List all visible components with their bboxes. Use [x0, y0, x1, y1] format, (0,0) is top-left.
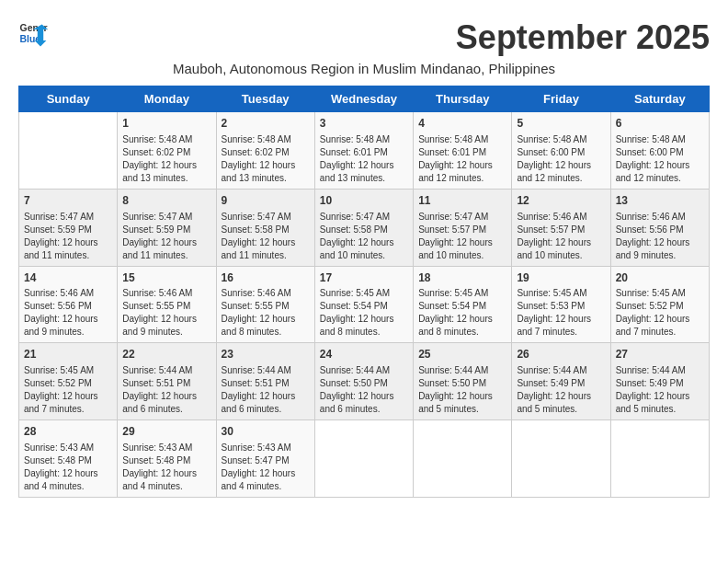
calendar-cell: [610, 420, 709, 498]
calendar-cell: [314, 420, 413, 498]
day-number: 10: [320, 193, 408, 209]
day-number: 3: [320, 116, 408, 132]
calendar-cell: 24Sunrise: 5:44 AM Sunset: 5:50 PM Dayli…: [314, 343, 413, 420]
day-number: 19: [517, 270, 605, 286]
calendar-cell: 17Sunrise: 5:45 AM Sunset: 5:54 PM Dayli…: [314, 266, 413, 343]
cell-content: Sunrise: 5:44 AM Sunset: 5:49 PM Dayligh…: [616, 364, 704, 416]
subtitle: Mauboh, Autonomous Region in Muslim Mind…: [18, 61, 710, 76]
calendar-cell: 20Sunrise: 5:45 AM Sunset: 5:52 PM Dayli…: [610, 266, 709, 343]
day-number: 11: [418, 193, 506, 209]
cell-content: Sunrise: 5:45 AM Sunset: 5:53 PM Dayligh…: [517, 287, 605, 339]
cell-content: Sunrise: 5:44 AM Sunset: 5:51 PM Dayligh…: [222, 364, 310, 416]
day-number: 14: [24, 270, 112, 286]
cell-content: Sunrise: 5:46 AM Sunset: 5:55 PM Dayligh…: [222, 287, 310, 339]
cell-content: Sunrise: 5:47 AM Sunset: 5:57 PM Dayligh…: [418, 211, 506, 262]
calendar-week-1: 1Sunrise: 5:48 AM Sunset: 6:02 PM Daylig…: [19, 112, 710, 190]
cell-content: Sunrise: 5:43 AM Sunset: 5:47 PM Dayligh…: [222, 442, 310, 493]
cell-content: Sunrise: 5:43 AM Sunset: 5:48 PM Dayligh…: [24, 442, 112, 493]
cell-content: Sunrise: 5:48 AM Sunset: 6:01 PM Dayligh…: [418, 133, 506, 185]
calendar-week-3: 14Sunrise: 5:46 AM Sunset: 5:56 PM Dayli…: [19, 266, 710, 343]
weekday-monday: Monday: [118, 86, 216, 112]
day-number: 29: [122, 424, 210, 440]
cell-content: Sunrise: 5:45 AM Sunset: 5:52 PM Dayligh…: [616, 287, 704, 339]
calendar-cell: 11Sunrise: 5:47 AM Sunset: 5:57 PM Dayli…: [414, 189, 512, 266]
calendar-cell: 28Sunrise: 5:43 AM Sunset: 5:48 PM Dayli…: [19, 420, 118, 498]
cell-content: Sunrise: 5:46 AM Sunset: 5:55 PM Dayligh…: [122, 287, 210, 339]
day-number: 22: [122, 347, 210, 362]
day-number: 30: [222, 424, 310, 440]
weekday-friday: Friday: [512, 86, 610, 112]
calendar-cell: 23Sunrise: 5:44 AM Sunset: 5:51 PM Dayli…: [216, 343, 314, 420]
calendar-cell: 26Sunrise: 5:44 AM Sunset: 5:49 PM Dayli…: [512, 343, 610, 420]
day-number: 1: [122, 116, 210, 132]
day-number: 2: [222, 116, 310, 132]
logo: General Blue: [18, 18, 48, 48]
cell-content: Sunrise: 5:48 AM Sunset: 6:01 PM Dayligh…: [320, 133, 408, 185]
weekday-wednesday: Wednesday: [314, 86, 413, 112]
page-header: General Blue September 2025: [18, 18, 710, 57]
calendar-table: SundayMondayTuesdayWednesdayThursdayFrid…: [18, 86, 710, 498]
day-number: 21: [24, 347, 112, 362]
day-number: 6: [616, 116, 704, 132]
calendar-cell: 18Sunrise: 5:45 AM Sunset: 5:54 PM Dayli…: [414, 266, 512, 343]
cell-content: Sunrise: 5:46 AM Sunset: 5:56 PM Dayligh…: [616, 211, 704, 262]
calendar-cell: 7Sunrise: 5:47 AM Sunset: 5:59 PM Daylig…: [19, 189, 118, 266]
calendar-cell: 14Sunrise: 5:46 AM Sunset: 5:56 PM Dayli…: [19, 266, 118, 343]
day-number: 18: [418, 270, 506, 286]
logo-icon: General Blue: [18, 18, 48, 48]
cell-content: Sunrise: 5:47 AM Sunset: 5:59 PM Dayligh…: [122, 211, 210, 262]
day-number: 28: [24, 424, 112, 440]
day-number: 16: [222, 270, 310, 286]
weekday-tuesday: Tuesday: [216, 86, 314, 112]
calendar-cell: 2Sunrise: 5:48 AM Sunset: 6:02 PM Daylig…: [216, 112, 314, 190]
calendar-cell: 3Sunrise: 5:48 AM Sunset: 6:01 PM Daylig…: [314, 112, 413, 190]
calendar-cell: 4Sunrise: 5:48 AM Sunset: 6:01 PM Daylig…: [414, 112, 512, 190]
day-number: 24: [320, 347, 408, 362]
cell-content: Sunrise: 5:44 AM Sunset: 5:51 PM Dayligh…: [122, 364, 210, 416]
day-number: 15: [122, 270, 210, 286]
day-number: 4: [418, 116, 506, 132]
calendar-cell: 30Sunrise: 5:43 AM Sunset: 5:47 PM Dayli…: [216, 420, 314, 498]
weekday-thursday: Thursday: [414, 86, 512, 112]
day-number: 25: [418, 347, 506, 362]
calendar-cell: [512, 420, 610, 498]
calendar-cell: 22Sunrise: 5:44 AM Sunset: 5:51 PM Dayli…: [118, 343, 216, 420]
calendar-cell: 29Sunrise: 5:43 AM Sunset: 5:48 PM Dayli…: [118, 420, 216, 498]
cell-content: Sunrise: 5:47 AM Sunset: 5:59 PM Dayligh…: [24, 211, 112, 262]
cell-content: Sunrise: 5:45 AM Sunset: 5:52 PM Dayligh…: [24, 364, 112, 416]
cell-content: Sunrise: 5:44 AM Sunset: 5:50 PM Dayligh…: [320, 364, 408, 416]
day-number: 26: [517, 347, 605, 362]
weekday-sunday: Sunday: [19, 86, 118, 112]
calendar-body: 1Sunrise: 5:48 AM Sunset: 6:02 PM Daylig…: [19, 112, 710, 498]
calendar-cell: 13Sunrise: 5:46 AM Sunset: 5:56 PM Dayli…: [610, 189, 709, 266]
cell-content: Sunrise: 5:45 AM Sunset: 5:54 PM Dayligh…: [418, 287, 506, 339]
cell-content: Sunrise: 5:45 AM Sunset: 5:54 PM Dayligh…: [320, 287, 408, 339]
calendar-cell: 19Sunrise: 5:45 AM Sunset: 5:53 PM Dayli…: [512, 266, 610, 343]
calendar-cell: [414, 420, 512, 498]
day-number: 5: [517, 116, 605, 132]
day-number: 8: [122, 193, 210, 209]
calendar-cell: 5Sunrise: 5:48 AM Sunset: 6:00 PM Daylig…: [512, 112, 610, 190]
calendar-cell: 25Sunrise: 5:44 AM Sunset: 5:50 PM Dayli…: [414, 343, 512, 420]
cell-content: Sunrise: 5:46 AM Sunset: 5:56 PM Dayligh…: [24, 287, 112, 339]
calendar-cell: 15Sunrise: 5:46 AM Sunset: 5:55 PM Dayli…: [118, 266, 216, 343]
day-number: 13: [616, 193, 704, 209]
calendar-cell: 27Sunrise: 5:44 AM Sunset: 5:49 PM Dayli…: [610, 343, 709, 420]
calendar-cell: [19, 112, 118, 190]
day-number: 23: [222, 347, 310, 362]
cell-content: Sunrise: 5:48 AM Sunset: 6:02 PM Dayligh…: [222, 133, 310, 185]
day-number: 27: [616, 347, 704, 362]
month-title: September 2025: [456, 18, 710, 57]
calendar-week-4: 21Sunrise: 5:45 AM Sunset: 5:52 PM Dayli…: [19, 343, 710, 420]
day-number: 7: [24, 193, 112, 209]
cell-content: Sunrise: 5:43 AM Sunset: 5:48 PM Dayligh…: [122, 442, 210, 493]
calendar-cell: 9Sunrise: 5:47 AM Sunset: 5:58 PM Daylig…: [216, 189, 314, 266]
calendar-cell: 16Sunrise: 5:46 AM Sunset: 5:55 PM Dayli…: [216, 266, 314, 343]
day-number: 17: [320, 270, 408, 286]
day-number: 20: [616, 270, 704, 286]
calendar-cell: 10Sunrise: 5:47 AM Sunset: 5:58 PM Dayli…: [314, 189, 413, 266]
day-number: 12: [517, 193, 605, 209]
day-number: 9: [222, 193, 310, 209]
calendar-cell: 21Sunrise: 5:45 AM Sunset: 5:52 PM Dayli…: [19, 343, 118, 420]
cell-content: Sunrise: 5:44 AM Sunset: 5:49 PM Dayligh…: [517, 364, 605, 416]
